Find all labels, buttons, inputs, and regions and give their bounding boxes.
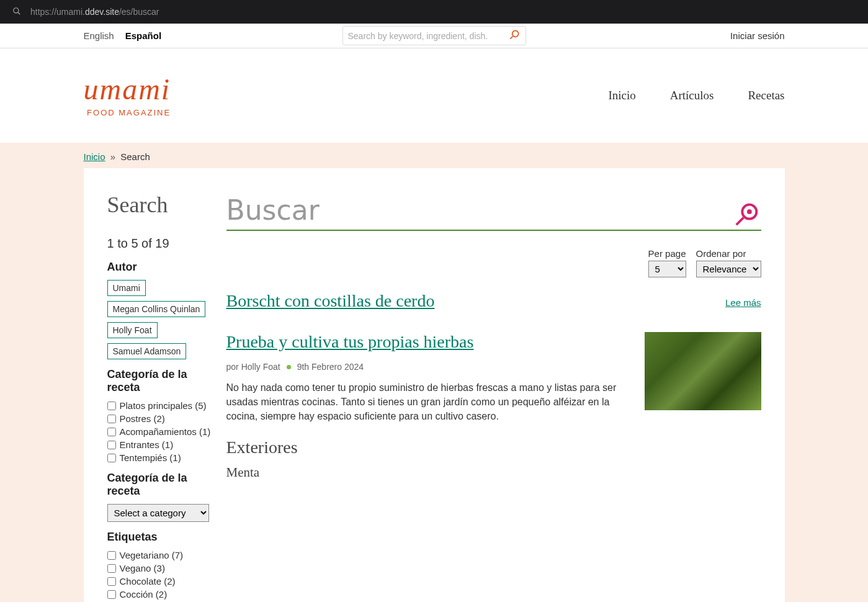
- author-tag[interactable]: Megan Collins Quinlan: [107, 301, 206, 317]
- result-controls: Per page 5 Ordenar por Relevance: [226, 248, 761, 277]
- nav-articulos[interactable]: Artículos: [670, 89, 714, 102]
- per-page-control: Per page 5: [648, 248, 686, 277]
- facet-checkbox[interactable]: [107, 402, 116, 410]
- url-text[interactable]: https://umami.ddev.site/es/buscar: [30, 7, 159, 17]
- svg-point-6: [747, 209, 752, 214]
- facet-tags-list: Vegetariano (7) Vegano (3) Chocolate (2)…: [107, 550, 213, 600]
- logo-tagline: FOOD MAGAZINE: [84, 108, 171, 117]
- per-page-label: Per page: [648, 248, 686, 259]
- facet-checkbox[interactable]: [107, 441, 116, 449]
- search-icon[interactable]: [733, 200, 761, 228]
- author-tag[interactable]: Samuel Adamson: [107, 343, 187, 359]
- page-title: Search: [107, 192, 213, 218]
- result-title-link[interactable]: Prueba y cultiva tus propias hierbas: [226, 332, 626, 352]
- search-result: Prueba y cultiva tus propias hierbas por…: [226, 332, 761, 480]
- facet-author-title: Autor: [107, 261, 213, 274]
- result-meta: por Holly Foat 9th Febrero 2024: [226, 362, 626, 372]
- nav-inicio[interactable]: Inicio: [608, 89, 635, 102]
- facet-checkbox[interactable]: [107, 415, 116, 423]
- facet-checkbox[interactable]: [107, 454, 116, 462]
- facet-checkbox[interactable]: [107, 564, 116, 573]
- site-header: umami FOOD MAGAZINE Inicio Artículos Rec…: [84, 48, 785, 143]
- breadcrumb-separator: »: [110, 151, 115, 162]
- facet-category-select-title: Categoría de la receta: [107, 472, 213, 498]
- facet-checkbox[interactable]: [107, 577, 116, 586]
- facet-item[interactable]: Acompañamientos (1): [107, 426, 213, 437]
- svg-line-5: [736, 218, 743, 225]
- svg-line-3: [510, 36, 512, 38]
- topbar: English Español Iniciar sesión: [0, 24, 868, 48]
- search-icon: [12, 7, 21, 17]
- main-nav: Inicio Artículos Recetas: [608, 89, 784, 102]
- lang-espanol[interactable]: Español: [125, 30, 161, 41]
- logo[interactable]: umami FOOD MAGAZINE: [84, 74, 171, 117]
- result-author: Holly Foat: [241, 362, 280, 372]
- facet-item[interactable]: Cocción (2): [107, 589, 213, 600]
- sidebar: Search 1 to 5 of 19 Autor Umami Megan Co…: [107, 192, 213, 602]
- svg-line-1: [18, 12, 20, 14]
- top-search-box[interactable]: [342, 26, 526, 45]
- facet-item[interactable]: Platos principales (5): [107, 400, 213, 411]
- result-subheading: Menta: [226, 465, 626, 480]
- meta-separator-icon: [287, 365, 291, 369]
- sort-select[interactable]: Relevance: [696, 261, 761, 277]
- facet-checkbox[interactable]: [107, 590, 116, 599]
- result-subheading: Exteriores: [226, 438, 626, 457]
- lang-english[interactable]: English: [84, 30, 114, 41]
- facet-item[interactable]: Entrantes (1): [107, 439, 213, 450]
- search-result: Borscht con costillas de cerdo Lee más: [226, 291, 761, 311]
- per-page-select[interactable]: 5: [648, 261, 686, 277]
- search-icon[interactable]: [508, 29, 521, 43]
- top-search-input[interactable]: [348, 31, 508, 41]
- result-excerpt: No hay nada como tener tu propio suminis…: [226, 380, 626, 424]
- category-select[interactable]: Select a category: [107, 504, 209, 522]
- svg-point-2: [512, 30, 518, 37]
- facet-item[interactable]: Tentempiés (1): [107, 452, 213, 463]
- sort-label: Ordenar por: [696, 248, 761, 259]
- author-tag[interactable]: Holly Foat: [107, 322, 158, 338]
- read-more-link[interactable]: Lee más: [725, 291, 761, 308]
- facet-category-list: Platos principales (5) Postres (2) Acomp…: [107, 400, 213, 463]
- breadcrumb-current: Search: [120, 151, 150, 162]
- nav-recetas[interactable]: Recetas: [748, 89, 784, 102]
- main-search-box[interactable]: [226, 192, 761, 231]
- language-switcher: English Español: [84, 30, 162, 41]
- sort-control: Ordenar por Relevance: [696, 248, 761, 277]
- svg-point-0: [14, 7, 19, 12]
- facet-category-title: Categoría de la receta: [107, 368, 213, 394]
- facet-item[interactable]: Chocolate (2): [107, 576, 213, 586]
- content-card: Search 1 to 5 of 19 Autor Umami Megan Co…: [84, 168, 785, 602]
- result-title-link[interactable]: Borscht con costillas de cerdo: [226, 291, 435, 311]
- main-results: Per page 5 Ordenar por Relevance Borscht…: [226, 192, 761, 602]
- breadcrumb-home[interactable]: Inicio: [84, 151, 105, 162]
- result-thumbnail: [645, 332, 761, 410]
- result-count: 1 to 5 of 19: [107, 236, 213, 251]
- author-tag-list: Umami Megan Collins Quinlan Holly Foat S…: [107, 280, 213, 359]
- breadcrumb: Inicio » Search: [84, 151, 785, 168]
- main-search-input[interactable]: [226, 192, 733, 228]
- result-date: 9th Febrero 2024: [297, 362, 364, 372]
- author-tag[interactable]: Umami: [107, 280, 146, 296]
- facet-item[interactable]: Vegano (3): [107, 563, 213, 573]
- facet-checkbox[interactable]: [107, 428, 116, 436]
- logo-wordmark: umami: [84, 74, 171, 104]
- login-link[interactable]: Iniciar sesión: [730, 30, 785, 41]
- browser-url-bar: https://umami.ddev.site/es/buscar: [0, 0, 868, 24]
- facet-item[interactable]: Vegetariano (7): [107, 550, 213, 560]
- facet-tags-title: Etiquetas: [107, 531, 213, 544]
- facet-item[interactable]: Postres (2): [107, 413, 213, 424]
- facet-checkbox[interactable]: [107, 551, 116, 560]
